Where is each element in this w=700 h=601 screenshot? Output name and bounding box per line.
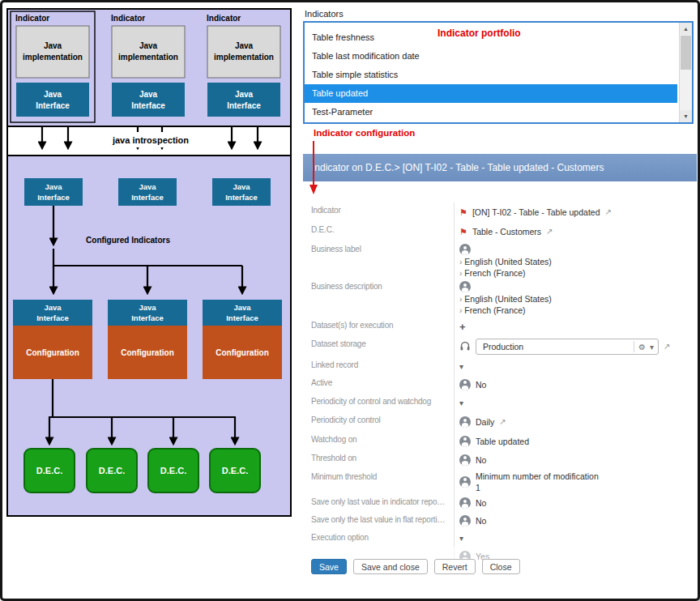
architecture-diagram: Indicator Java implementation Java Inter… <box>6 8 292 520</box>
add-dataset-button[interactable]: + <box>459 322 466 332</box>
java-interface-label: Interface <box>226 313 258 322</box>
java-interface-label: Java <box>44 303 62 312</box>
field-value: No <box>476 498 486 508</box>
form-actions: Save Save and close Revert Close <box>311 559 520 574</box>
chevron-down-icon[interactable]: ▾ <box>650 343 654 352</box>
interface-row: Java Interface Java Interface Java Inter… <box>24 178 271 206</box>
field-value: Table - Customers <box>472 227 541 237</box>
scrollbar-thumb[interactable] <box>681 36 691 70</box>
java-interface-label: Java <box>45 182 62 191</box>
gear-icon[interactable]: ⚙ <box>638 343 646 352</box>
revert-button[interactable]: Revert <box>434 559 476 574</box>
close-button[interactable]: Close <box>482 559 520 574</box>
field-label: Threshold on <box>311 450 454 462</box>
external-link-icon[interactable]: ↗ <box>664 343 670 351</box>
row-business-label: Business label › English (United States)… <box>311 241 697 279</box>
java-interface-label: Interface <box>225 193 258 202</box>
field-value: Daily <box>476 417 494 427</box>
indicators-listbox: Table freshness Table last modification … <box>303 21 694 124</box>
list-item-table-simple-statistics[interactable]: Table simple statistics <box>305 66 677 84</box>
locale-label: English (United States) <box>464 257 551 266</box>
java-implementation-box <box>112 26 185 78</box>
save-button[interactable]: Save <box>311 559 347 574</box>
row-save-last-value-flat-reporting: Save only the last value in flat reporti… <box>311 512 697 530</box>
field-label: Dataset(s) for execution <box>311 318 454 330</box>
field-value: 1 <box>476 483 599 492</box>
field-label: Indicator <box>311 202 454 215</box>
locale-item[interactable]: › English (United States) <box>459 257 552 266</box>
row-indicator: Indicator ⚑ [ON] T-I02 - Table - Table u… <box>311 202 697 222</box>
dataset-storage-select[interactable]: Production ⚙ ▾ <box>476 339 659 355</box>
java-implementation-label: implementation <box>214 53 274 62</box>
field-label: Dataset storage <box>311 336 454 348</box>
row-dec: D.E.C. ⚑ Table - Customers ↗ <box>311 222 697 241</box>
java-implementation-label: Java <box>235 41 254 50</box>
configured-indicator-1: Java Interface Configuration <box>13 300 92 379</box>
field-value: Table updated <box>476 437 529 446</box>
field-label: D.E.C. <box>311 222 454 234</box>
external-link-icon[interactable]: ↗ <box>499 418 506 426</box>
indicator-form: Indicator on D.E.C.> [ON] T-I02 - Table … <box>303 154 697 578</box>
dec-label: D.E.C. <box>222 466 248 475</box>
field-value: No <box>476 380 486 390</box>
java-implementation-label: Java <box>139 41 158 50</box>
java-interface-label: Java <box>139 90 158 99</box>
indicator-label: Indicator <box>111 14 145 23</box>
avatar-icon <box>459 281 471 292</box>
list-item-test-parameter[interactable]: Test-Parameter <box>305 103 677 121</box>
row-threshold-on: Threshold on No <box>311 450 697 469</box>
collapse-section-icon[interactable]: ▾ <box>459 362 463 371</box>
java-introspection-label: java introspection <box>112 135 189 145</box>
dec-label: D.E.C. <box>36 466 62 475</box>
locale-item[interactable]: › French (France) <box>459 305 526 315</box>
vertical-scrollbar[interactable]: ▲ ▼ <box>679 23 692 122</box>
list-item-table-updated[interactable]: Table updated <box>305 84 677 103</box>
expand-icon: › <box>459 295 462 304</box>
java-interface-label: Java <box>233 303 251 312</box>
avatar-icon <box>459 244 471 255</box>
selected-option: Production <box>483 342 523 352</box>
java-implementation-box <box>16 26 89 78</box>
indicator-label: Indicator <box>15 14 49 23</box>
locale-label: French (France) <box>464 305 525 315</box>
java-interface-box <box>112 83 185 117</box>
collapse-section-icon[interactable]: ▾ <box>459 399 463 407</box>
form-body: Indicator ⚑ [ON] T-I02 - Table - Table u… <box>303 181 697 578</box>
java-interface-label: Java <box>139 182 156 191</box>
avatar-icon <box>459 436 471 447</box>
field-value: No <box>476 516 486 526</box>
configuration-label: Configuration <box>26 348 79 357</box>
row-periodicity-section: Periodicity of control and watchdog ▾ <box>311 394 697 412</box>
field-value: [ON] T-I02 - Table - Table updated <box>472 207 600 217</box>
external-link-icon[interactable]: ↗ <box>546 228 553 236</box>
java-interface-label: Java <box>233 182 250 191</box>
field-label: Active <box>311 375 454 387</box>
list-item-table-last-modification-date[interactable]: Table last modification date <box>305 47 677 66</box>
java-interface-box <box>16 83 89 117</box>
configuration-annotation-arrow <box>306 139 321 196</box>
indicators-field-label: Indicators <box>305 9 344 19</box>
indicator-group-3: Indicator Java implementation Java Inter… <box>207 14 280 117</box>
locale-label: French (France) <box>464 268 525 278</box>
row-active: Active No <box>311 375 697 394</box>
scroll-down-icon[interactable]: ▼ <box>680 110 692 122</box>
field-label: Periodicity of control and watchdog <box>311 394 454 406</box>
java-interface-label: Interface <box>131 101 165 110</box>
java-interface-label: Java <box>235 90 254 99</box>
field-label <box>311 547 454 550</box>
row-periodicity-of-control: Periodicity of control Daily ↗ <box>311 412 697 432</box>
locale-item[interactable]: › French (France) <box>459 268 526 278</box>
locale-item[interactable]: › English (United States) <box>459 294 552 304</box>
scroll-up-icon[interactable]: ▲ <box>680 23 692 35</box>
external-link-icon[interactable]: ↗ <box>604 208 611 216</box>
field-label: Linked record <box>311 357 454 369</box>
headset-icon <box>459 340 471 353</box>
save-and-close-button[interactable]: Save and close <box>353 559 428 574</box>
collapse-section-icon[interactable]: ▾ <box>459 534 463 543</box>
java-interface-label: Interface <box>131 193 164 202</box>
field-label: Watchdog on <box>311 432 454 444</box>
configuration-annotation: Indicator configuration <box>314 128 415 138</box>
row-watchdog-on: Watchdog on Table updated <box>311 432 697 450</box>
field-value: No <box>476 455 486 465</box>
java-implementation-label: implementation <box>118 53 178 62</box>
